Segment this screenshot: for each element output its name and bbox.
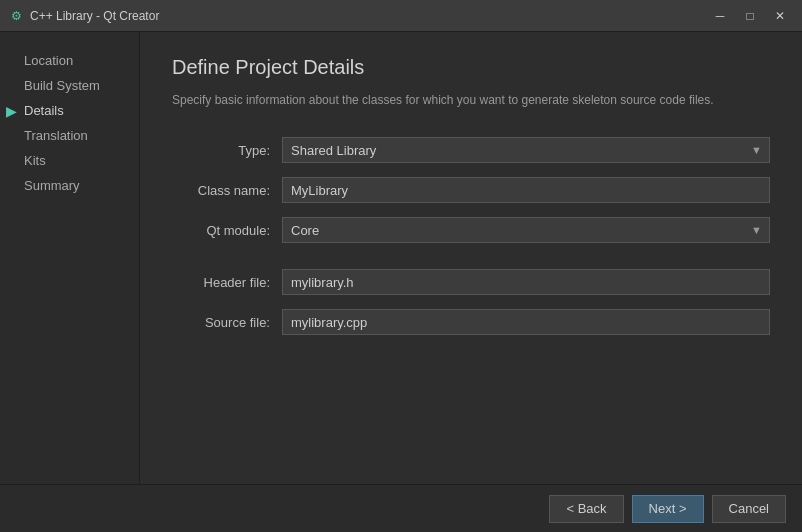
app-icon: ⚙ xyxy=(8,8,24,24)
minimize-button[interactable]: ─ xyxy=(706,5,734,27)
qtmodule-select-wrapper: Core ▼ xyxy=(282,217,770,243)
source-row: Source file: xyxy=(172,309,770,335)
subtitle-text: Specify basic information about the clas… xyxy=(172,91,770,109)
titlebar: ⚙ C++ Library - Qt Creator ─ □ ✕ xyxy=(0,0,802,32)
qtmodule-label: Qt module: xyxy=(172,223,282,238)
footer: < Back Next > Cancel xyxy=(0,484,802,532)
window-title: C++ Library - Qt Creator xyxy=(30,9,706,23)
type-row: Type: Shared Library ▼ xyxy=(172,137,770,163)
source-input[interactable] xyxy=(282,309,770,335)
maximize-button[interactable]: □ xyxy=(736,5,764,27)
cancel-button[interactable]: Cancel xyxy=(712,495,786,523)
back-button[interactable]: < Back xyxy=(549,495,623,523)
header-input[interactable] xyxy=(282,269,770,295)
qtmodule-row: Qt module: Core ▼ xyxy=(172,217,770,243)
main-layout: Location Build System ▶ Details Translat… xyxy=(0,32,802,484)
type-label: Type: xyxy=(172,143,282,158)
qtmodule-select[interactable]: Core xyxy=(282,217,770,243)
current-arrow-icon: ▶ xyxy=(6,103,17,119)
sidebar: Location Build System ▶ Details Translat… xyxy=(0,32,140,484)
source-label: Source file: xyxy=(172,315,282,330)
header-row: Header file: xyxy=(172,269,770,295)
classname-row: Class name: xyxy=(172,177,770,203)
sidebar-item-kits[interactable]: Kits xyxy=(0,148,139,173)
classname-label: Class name: xyxy=(172,183,282,198)
sidebar-item-location[interactable]: Location xyxy=(0,48,139,73)
sidebar-item-summary[interactable]: Summary xyxy=(0,173,139,198)
page-title: Define Project Details xyxy=(172,56,770,79)
sidebar-item-translation[interactable]: Translation xyxy=(0,123,139,148)
content-area: Define Project Details Specify basic inf… xyxy=(140,32,802,484)
type-select-wrapper: Shared Library ▼ xyxy=(282,137,770,163)
sidebar-item-build-system[interactable]: Build System xyxy=(0,73,139,98)
header-label: Header file: xyxy=(172,275,282,290)
next-button[interactable]: Next > xyxy=(632,495,704,523)
classname-input[interactable] xyxy=(282,177,770,203)
close-button[interactable]: ✕ xyxy=(766,5,794,27)
type-select[interactable]: Shared Library xyxy=(282,137,770,163)
form-spacer xyxy=(172,257,770,269)
window-controls: ─ □ ✕ xyxy=(706,5,794,27)
sidebar-item-details[interactable]: ▶ Details xyxy=(0,98,139,123)
